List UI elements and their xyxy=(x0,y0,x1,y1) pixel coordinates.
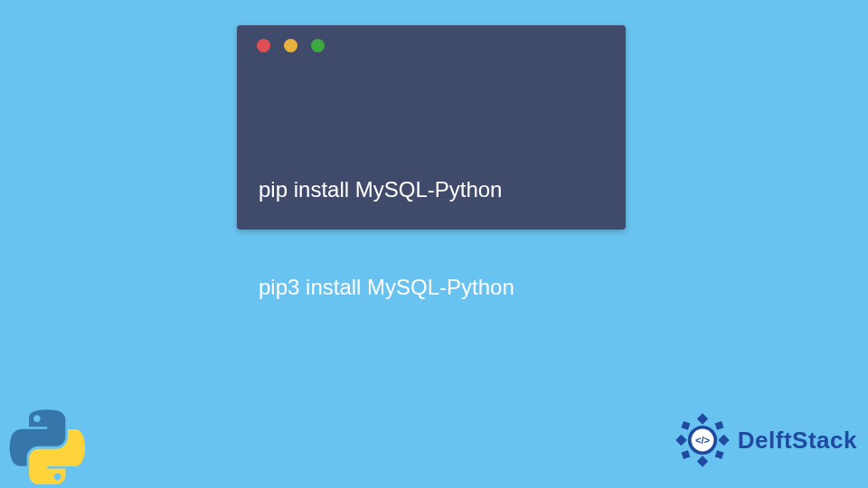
svg-marker-7 xyxy=(714,450,723,459)
svg-text:</>: </> xyxy=(695,435,711,446)
svg-marker-5 xyxy=(714,421,723,430)
terminal-line: pip install MySQL-Python xyxy=(259,174,604,206)
terminal-body: pip install MySQL-Python pip3 install My… xyxy=(237,65,626,369)
brand-badge-icon: </> xyxy=(675,412,731,468)
close-icon xyxy=(257,39,270,52)
svg-marker-0 xyxy=(697,413,708,424)
svg-marker-4 xyxy=(681,421,690,430)
maximize-icon xyxy=(311,39,325,52)
svg-marker-3 xyxy=(718,435,729,446)
brand-name: DelftStack xyxy=(738,427,857,455)
brand: </> DelftStack xyxy=(675,412,857,468)
terminal-titlebar xyxy=(237,25,626,65)
svg-marker-2 xyxy=(675,435,686,446)
svg-marker-6 xyxy=(681,450,690,459)
minimize-icon xyxy=(284,39,297,52)
terminal-window: pip install MySQL-Python pip3 install My… xyxy=(237,25,626,230)
svg-marker-1 xyxy=(697,455,708,466)
terminal-line: pip3 install MySQL-Python xyxy=(259,271,604,304)
python-logo-icon xyxy=(9,408,85,484)
